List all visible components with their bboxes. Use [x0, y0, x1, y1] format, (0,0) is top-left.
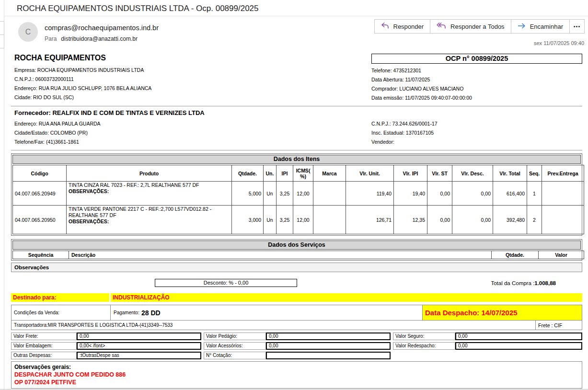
item-marca — [313, 182, 346, 206]
buyer-endereco: Endereço: RUA RUA JULIO SCHLUPP, 1076 BE… — [14, 84, 151, 93]
item-vlr-st: 0,00 — [427, 182, 452, 206]
col-marca: Marca — [313, 165, 346, 182]
items-header-row: Código Produto Qtdade. Un. IPI ICMS(%) M… — [13, 165, 584, 182]
reply-all-button-label: Responder a Todos — [450, 23, 505, 30]
order-data-emissao: Data emissão: 11/07/2025 09:40:07-00:00:… — [371, 93, 582, 103]
general-notes-line: DESPACHAR JUNTO COM PEDIDO 886 — [14, 371, 579, 379]
buyer-cidade: Cidade: RIO DO SUL (SC) — [14, 93, 151, 102]
outras-despesas-label: Outras Despesas: — [11, 352, 77, 359]
order-comprador: Comprador: LUCIANO ALVES MACIANO — [371, 84, 582, 93]
destination-row: Destinado para: INDUSTRIALIZAÇÃO — [11, 293, 582, 302]
item-vlr-unit: 119,40 — [346, 182, 394, 206]
buyer-empresa: Empresa: ROCHA EQUIPAMENTOS INDUSTRIAIS … — [14, 66, 151, 75]
col-vlr-ipi: Vlr. IPI — [394, 165, 427, 182]
items-table: Código Produto Qtdade. Un. IPI ICMS(%) M… — [12, 165, 584, 234]
charges-row: Valor Embalagem: 0,00< /font> Valor Aces… — [11, 342, 582, 350]
item-observacoes-label: OBSERVAÇÕES: — [69, 218, 230, 225]
condicoes-venda-label: Condições da Venda: — [12, 305, 111, 320]
valor-seguro-label: Valor Seguro: — [393, 333, 455, 340]
avatar[interactable]: C — [18, 22, 38, 42]
destination-label: Destinado para: — [11, 293, 109, 302]
carrier-cell: Transportadora:MIR TRANSPORTES E LOGISTI… — [12, 321, 535, 330]
valor-redespacho-value: 0,00 — [455, 342, 582, 350]
item-produto-desc: TINTA VERDE PANTONE 2217 C - REF.:2,700 … — [69, 206, 211, 218]
reply-icon — [381, 22, 389, 31]
valor-pedagio-value: 0,00 — [266, 333, 391, 340]
item-vlr-total: 392,480 — [493, 206, 527, 234]
col-un: Un. — [264, 165, 277, 182]
order-data-abertura: Data Abertura: 11/07/2025 — [371, 75, 582, 84]
left-pane-fragment — [0, 34, 4, 48]
dispatch-date-highlight: Data Despacho: 14/07/2025 — [422, 305, 582, 320]
col-vlr-desc: Vlr. Desc. — [452, 165, 493, 182]
col-vlr-total: Vlr. Total — [493, 165, 527, 182]
valor-seguro-value: 0,00 — [455, 333, 582, 340]
item-icms: 12,00 — [293, 182, 313, 206]
item-vlr-desc: 0,00 — [452, 182, 493, 206]
item-observacoes-label: OBSERVAÇÕES: — [69, 188, 230, 195]
item-prev-entrega — [542, 182, 584, 206]
valor-embalagem-value: 0,00< /font> — [77, 342, 201, 350]
item-seq: 2 — [527, 206, 542, 234]
item-vlr-desc: 0,00 — [452, 206, 493, 234]
col-vlr-st: Vlr. ST — [427, 165, 452, 182]
numero-cotacao-label: N° Cotação: — [204, 352, 266, 359]
mail-reading-pane: ROCHA EQUIPAMENTOS INDUSTRIAIS LTDA - Oc… — [0, 0, 588, 390]
item-produto: TINTA CINZA RAL 7023 - REF.: 2,7L REALTH… — [67, 182, 232, 206]
general-notes-line: OP 077/2024 PETFIVE — [14, 379, 579, 386]
reply-all-button[interactable]: Responder a Todos — [430, 19, 511, 34]
items-section: Dados dos Itens Código Produto Qtdade. U… — [11, 153, 582, 236]
col-sequencia: Sequência — [13, 251, 69, 259]
sale-conditions-row: Condições da Venda: Pagamento: 28 DD Dat… — [12, 305, 582, 320]
services-table: Sequência Descrição Qtdade. Valor — [12, 251, 584, 259]
col-prev-entrega: Prev.Entrega — [542, 165, 584, 182]
charges-row: Outras Despesas: :tOutrasDespe sas N° Co… — [11, 352, 582, 359]
observacoes-bar: Observações — [11, 263, 582, 272]
buyer-info: ROCHA EQUIPAMENTOS Empresa: ROCHA EQUIPA… — [11, 54, 151, 103]
total-label: Total da Compra : — [491, 280, 534, 286]
reply-button-label: Responder — [393, 23, 424, 30]
item-row: 04.007.065.20949 TINTA CINZA RAL 7023 - … — [13, 182, 584, 206]
reply-all-icon — [437, 22, 446, 31]
item-qtdade: 5,000 — [232, 182, 264, 206]
item-vlr-ipi: 19,40 — [394, 182, 427, 206]
supplier-info: Fornecedor: REALFIX IND E COM DE TINTAS … — [11, 109, 205, 147]
item-un: Un — [264, 182, 277, 206]
col-icms: ICMS(%) — [293, 165, 313, 182]
totals-row: Desconto: % - 0,00 Total da Compra :1.00… — [11, 279, 582, 289]
general-notes-box: Observações gerais: DESPACHAR JUNTO COM … — [11, 361, 582, 389]
col-svc-qtdade: Qtdade. — [492, 251, 539, 259]
col-vlr-unit: Vlr. Unit. — [346, 165, 394, 182]
page-bottom-edge — [0, 389, 588, 390]
recipient-line: Paradistribuidora@anazatti.com.br — [45, 35, 138, 42]
recipient-address[interactable]: distribuidora@anazatti.com.br — [61, 35, 138, 42]
item-prev-entrega — [542, 206, 584, 234]
supplier-cnpj: C.N.P.J.: 73.244.626/0001-17 — [371, 119, 582, 128]
services-section: Dados dos Serviços Sequência Descrição Q… — [11, 239, 582, 261]
col-codigo: Código — [13, 165, 67, 182]
col-qtdade: Qtdade. — [232, 165, 264, 182]
reply-button[interactable]: Responder — [374, 19, 431, 34]
carrier-row: Transportadora:MIR TRANSPORTES E LOGISTI… — [12, 320, 582, 330]
payment-cell: Pagamento: 28 DD — [111, 305, 422, 320]
payment-value: 28 DD — [141, 309, 161, 317]
pane-divider — [4, 0, 4, 390]
total-value: 1.008,88 — [534, 280, 556, 286]
buyer-company-title: ROCHA EQUIPAMENTOS — [14, 54, 151, 62]
sender-address[interactable]: compras@rochaequipamentos.ind.br — [45, 24, 159, 32]
outras-despesas-value: :tOutrasDespe sas — [77, 352, 201, 359]
valor-redespacho-label: Valor Redespacho: — [393, 342, 455, 350]
col-ipi: IPI — [277, 165, 293, 182]
section-divider — [11, 106, 582, 106]
forward-button-label: Encaminhar — [530, 23, 563, 30]
supplier-fiscal-info: C.N.P.J.: 73.244.626/0001-17 Insc. Estad… — [371, 109, 582, 147]
supplier-vendedor: Vendedor: — [371, 138, 582, 147]
buyer-header: ROCHA EQUIPAMENTOS Empresa: ROCHA EQUIPA… — [11, 54, 582, 103]
item-vlr-ipi: 12,35 — [394, 206, 427, 234]
charges-row: Valor Frete: 0,00 Valor Pedágio: 0,00 Va… — [11, 333, 582, 340]
item-un: Un — [264, 206, 277, 234]
email-timestamp: sex 11/07/2025 09:40 — [534, 40, 584, 46]
more-actions-button[interactable]: ••• — [569, 19, 585, 34]
forward-button[interactable]: Encaminhar — [511, 19, 570, 34]
item-marca — [313, 206, 346, 234]
